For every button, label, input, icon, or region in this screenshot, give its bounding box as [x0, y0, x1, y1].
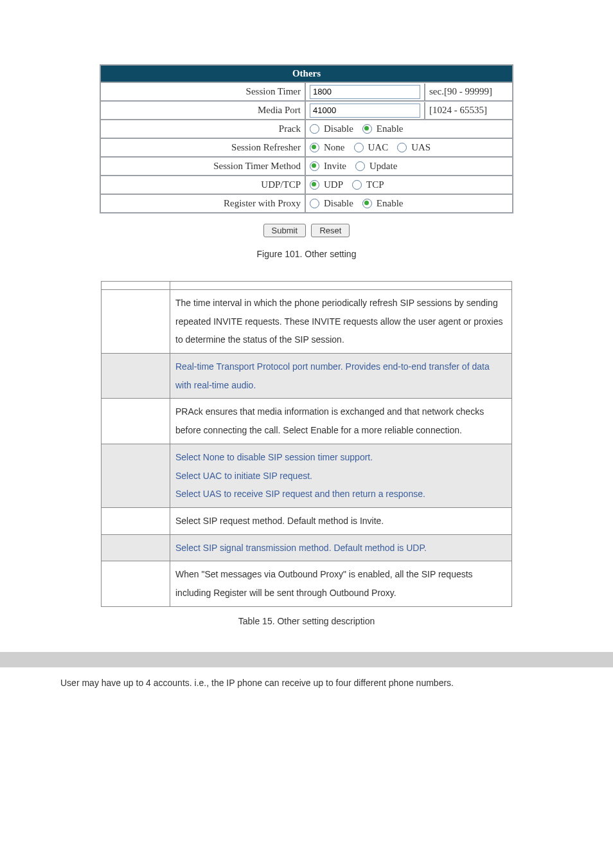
method-invite-radio[interactable] — [310, 161, 319, 171]
row-register-proxy: Register with Proxy Disable Enable — [101, 195, 512, 212]
label-refresher: Session Refresher — [101, 139, 306, 156]
table-row: Select SIP signal transmission method. D… — [102, 534, 512, 561]
media-port-range: [1024 - 65535] — [425, 104, 512, 117]
prack-enable-label: Enable — [377, 123, 404, 134]
refresher-uas-radio[interactable] — [397, 143, 407, 152]
table-row: When "Set messages via Outbound Proxy" i… — [102, 561, 512, 606]
table-row: PRAck ensures that media information is … — [102, 399, 512, 444]
method-invite-label: Invite — [324, 161, 346, 172]
desc-media-port: Real-time Transport Protocol port number… — [170, 354, 512, 399]
label-register-proxy: Register with Proxy — [101, 195, 306, 212]
row-media-port: Media Port [1024 - 65535] — [101, 102, 512, 120]
label-media-port: Media Port — [101, 102, 306, 119]
desc-register-proxy: When "Set messages via Outbound Proxy" i… — [170, 561, 512, 606]
table-row: Select SIP request method. Default metho… — [102, 507, 512, 534]
media-port-input[interactable] — [310, 104, 420, 118]
value-media-port: [1024 - 65535] — [306, 102, 512, 119]
desc-timer-method: Select SIP request method. Default metho… — [170, 507, 512, 534]
udp-label: UDP — [324, 179, 343, 190]
value-session-timer: sec.[90 - 99999] — [306, 83, 512, 100]
udp-radio[interactable] — [310, 180, 319, 190]
regproxy-disable-radio[interactable] — [310, 199, 319, 208]
table-header-desc — [170, 282, 512, 290]
method-update-radio[interactable] — [355, 161, 365, 171]
submit-button[interactable]: Submit — [263, 224, 306, 237]
description-table: The time interval in which the phone per… — [101, 281, 512, 607]
document-page: Others Session Timer sec.[90 - 99999] Me… — [0, 0, 613, 868]
accounts-paragraph: User may have up to 4 accounts. i.e., th… — [0, 678, 613, 688]
row-udptcp: UDP/TCP UDP TCP — [101, 176, 512, 195]
value-prack: Disable Enable — [306, 120, 512, 138]
panel-title: Others — [101, 66, 512, 83]
desc-session-timer: The time interval in which the phone per… — [170, 290, 512, 354]
value-timer-method: Invite Update — [306, 158, 512, 175]
refresher-uac-label: UAC — [368, 142, 389, 153]
label-udptcp: UDP/TCP — [101, 176, 306, 194]
value-refresher: None UAC UAS — [306, 139, 512, 156]
regproxy-enable-label: Enable — [377, 198, 404, 209]
reset-button[interactable]: Reset — [311, 224, 350, 237]
row-timer-method: Session Timer Method Invite Update — [101, 158, 512, 176]
value-register-proxy: Disable Enable — [306, 195, 512, 212]
others-panel: Others Session Timer sec.[90 - 99999] Me… — [100, 64, 513, 213]
label-prack: Prack — [101, 120, 306, 138]
prack-disable-label: Disable — [324, 123, 353, 134]
row-session-timer: Session Timer sec.[90 - 99999] — [101, 83, 512, 102]
table-header-row — [102, 282, 512, 290]
table-header-key — [102, 282, 170, 290]
tcp-radio[interactable] — [352, 180, 362, 190]
desc-prack: PRAck ensures that media information is … — [170, 399, 512, 444]
table-row: Select None to disable SIP session timer… — [102, 444, 512, 507]
panel-buttons: Submit Reset — [0, 224, 613, 237]
regproxy-disable-label: Disable — [324, 198, 353, 209]
prack-disable-radio[interactable] — [310, 124, 319, 134]
table-row: The time interval in which the phone per… — [102, 290, 512, 354]
refresher-none-label: None — [324, 142, 345, 153]
refresher-uas-label: UAS — [411, 142, 431, 153]
label-timer-method: Session Timer Method — [101, 158, 306, 175]
row-prack: Prack Disable Enable — [101, 120, 512, 139]
row-refresher: Session Refresher None UAC UAS — [101, 139, 512, 158]
session-timer-input[interactable] — [310, 85, 420, 99]
figure-caption: Figure 101. Other setting — [0, 249, 613, 259]
prack-enable-radio[interactable] — [362, 124, 372, 134]
tcp-label: TCP — [366, 179, 384, 190]
value-udptcp: UDP TCP — [306, 176, 512, 194]
table-row: Real-time Transport Protocol port number… — [102, 354, 512, 399]
table-caption: Table 15. Other setting description — [0, 616, 613, 626]
section-heading-bar — [0, 652, 613, 667]
refresher-none-radio[interactable] — [310, 143, 319, 152]
regproxy-enable-radio[interactable] — [362, 199, 372, 208]
label-session-timer: Session Timer — [101, 83, 306, 100]
method-update-label: Update — [369, 161, 397, 172]
desc-udptcp: Select SIP signal transmission method. D… — [170, 534, 512, 561]
desc-refresher: Select None to disable SIP session timer… — [170, 444, 512, 507]
session-timer-range: sec.[90 - 99999] — [425, 85, 512, 98]
refresher-uac-radio[interactable] — [354, 143, 364, 152]
